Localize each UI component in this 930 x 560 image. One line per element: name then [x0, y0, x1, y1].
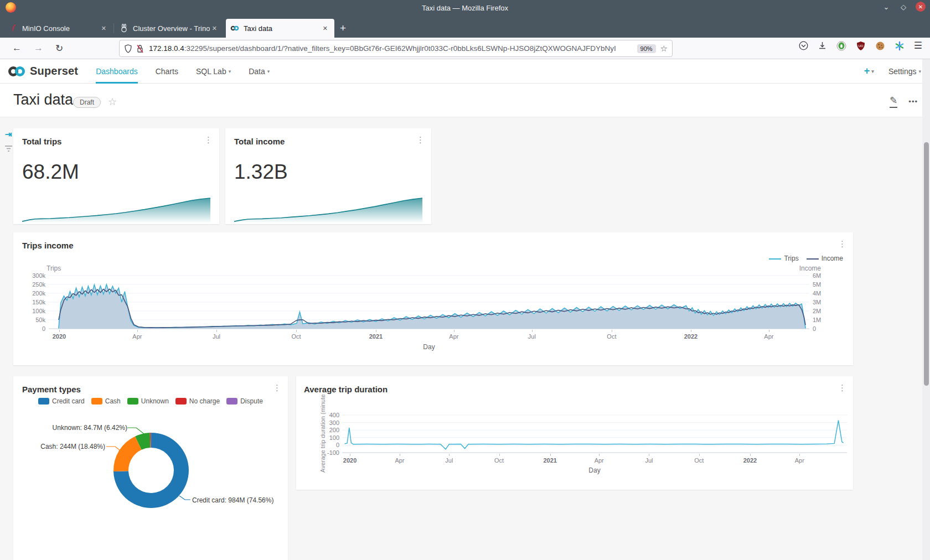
filter-funnel-icon[interactable]: [4, 145, 13, 152]
axis-tick-label: 3M: [813, 299, 833, 305]
chart-options-icon[interactable]: ⋮: [838, 383, 846, 393]
privacy-badger-icon[interactable]: [836, 41, 846, 51]
nav-dashboards[interactable]: Dashboards: [96, 59, 138, 84]
draft-status-badge: Draft: [73, 97, 101, 108]
superset-logo[interactable]: Superset: [7, 65, 78, 78]
expand-filter-bar-icon[interactable]: ⇥: [5, 129, 12, 139]
legend-item-unknown[interactable]: Unknown: [127, 397, 169, 405]
axis-tick-label: Apr: [595, 457, 604, 464]
lock-insecure-icon[interactable]: [136, 44, 144, 53]
ublock-origin-icon[interactable]: UO: [856, 41, 866, 51]
axis-tick-label: Jul: [213, 333, 220, 340]
axis-tick-label: 0: [323, 442, 339, 448]
callout-unknown: Unknown: 84.7M (6.42%): [53, 424, 127, 432]
axis-tick-label: 300k: [23, 272, 45, 279]
axis-tick-label: Apr: [395, 457, 404, 464]
tab-minio-console[interactable]: MinIO Console ✕: [4, 19, 113, 38]
zoom-level-badge[interactable]: 90%: [637, 44, 656, 53]
axis-tick-label: 2020: [343, 457, 356, 464]
legend-item-dispute[interactable]: Dispute: [226, 397, 263, 405]
brand-name: Superset: [30, 65, 78, 77]
chevron-down-icon: ▾: [918, 69, 921, 74]
axis-tick-mark: [376, 330, 376, 332]
page-scrollbar-track[interactable]: [922, 59, 930, 560]
window-close-icon[interactable]: ✕: [916, 2, 926, 12]
shield-icon[interactable]: [124, 44, 132, 53]
chart-options-icon[interactable]: ⋮: [838, 239, 846, 249]
axis-tick-label: 100k: [23, 308, 45, 314]
chart-options-icon[interactable]: ⋮: [204, 135, 213, 145]
legend-swatch-icon: [175, 398, 187, 405]
axis-tick-label: Apr: [764, 333, 773, 340]
axis-tick-mark: [649, 454, 649, 456]
tab-close-icon[interactable]: ✕: [99, 24, 108, 33]
payment-donut-chart[interactable]: [104, 423, 198, 517]
reload-button[interactable]: ↻: [55, 43, 63, 54]
chart-options-icon[interactable]: ⋮: [416, 135, 425, 145]
axis-tick-mark: [216, 330, 217, 332]
tab-close-icon[interactable]: ✕: [321, 24, 330, 33]
big-number-value: 1.32B: [234, 160, 288, 184]
tab-trino[interactable]: Cluster Overview - Trino ✕: [115, 19, 224, 38]
svg-text:UO: UO: [858, 44, 863, 47]
tab-close-icon[interactable]: ✕: [210, 24, 219, 33]
tab-label: MinIO Console: [22, 24, 99, 33]
axis-tick-mark: [532, 330, 533, 332]
legend-label: Credit card: [52, 397, 85, 405]
minio-favicon-icon: [9, 24, 18, 33]
axis-tick-label: Oct: [607, 333, 616, 340]
page-scrollbar-thumb[interactable]: [924, 142, 929, 386]
chart-legend[interactable]: Credit cardCashUnknownNo chargeDispute: [13, 397, 288, 405]
axis-tick-mark: [137, 330, 138, 332]
axis-tick-label: Apr: [132, 333, 142, 340]
pocket-icon[interactable]: [799, 41, 808, 50]
window-minimize-icon[interactable]: ⌄: [881, 2, 891, 12]
tab-taxi-data[interactable]: Taxi data ✕: [226, 19, 334, 38]
axis-tick-label: 300: [323, 419, 339, 426]
axis-tick-label: 250k: [23, 281, 45, 288]
forward-button[interactable]: →: [34, 43, 43, 54]
downloads-icon[interactable]: [818, 41, 827, 50]
duration-line-chart[interactable]: [342, 414, 847, 455]
settings-menu[interactable]: Settings▾: [888, 67, 921, 76]
edit-pencil-icon[interactable]: ✎: [890, 95, 897, 108]
trips-income-chart[interactable]: [49, 274, 809, 331]
sparkline-chart: [234, 196, 422, 223]
superset-navbar: Superset Dashboards Charts SQL Lab▾ Data…: [0, 59, 930, 84]
new-tab-button[interactable]: +: [340, 22, 346, 34]
url-text[interactable]: 172.18.0.4:32295/superset/dashboard/1/?n…: [149, 44, 633, 53]
nav-charts[interactable]: Charts: [156, 59, 178, 84]
legend-label: Dispute: [240, 397, 263, 405]
multicolor-asterisk-extension-icon[interactable]: [895, 41, 905, 51]
axis-tick-mark: [296, 330, 297, 332]
chart-title: Total income: [234, 137, 285, 146]
right-axis-title: Income: [799, 265, 821, 272]
favorite-star-icon[interactable]: ☆: [108, 96, 117, 108]
legend-item-credit-card[interactable]: Credit card: [38, 397, 85, 405]
x-axis-label: Day: [423, 343, 435, 351]
url-host: 172.18.0.4: [149, 44, 184, 53]
legend-item-cash[interactable]: Cash: [91, 397, 121, 405]
bookmark-star-icon[interactable]: ☆: [660, 44, 668, 54]
axis-tick-mark: [350, 454, 350, 456]
chart-options-icon[interactable]: ⋮: [273, 383, 281, 393]
back-button[interactable]: ←: [12, 43, 22, 54]
url-bar[interactable]: 172.18.0.4:32295/superset/dashboard/1/?n…: [119, 40, 673, 57]
chart-title: Payment types: [22, 385, 81, 394]
axis-tick-label: Oct: [694, 457, 704, 464]
chevron-down-icon: ▾: [871, 69, 874, 74]
window-restore-icon[interactable]: ◇: [898, 2, 908, 12]
legend-item-no-charge[interactable]: No charge: [175, 397, 220, 405]
app-menu-icon[interactable]: ☰: [914, 40, 922, 51]
chart-title: Total trips: [22, 137, 61, 146]
nav-sql-lab[interactable]: SQL Lab▾: [196, 59, 231, 84]
cookie-extension-icon[interactable]: [875, 41, 885, 51]
axis-tick-label: Jul: [528, 333, 536, 340]
axis-tick-mark: [550, 454, 551, 456]
nav-data[interactable]: Data▾: [249, 59, 270, 84]
more-options-icon[interactable]: •••: [908, 97, 918, 106]
legend-label: Cash: [105, 397, 121, 405]
new-item-button[interactable]: +▾: [864, 65, 874, 77]
chart-legend[interactable]: Trips Income: [769, 255, 843, 262]
axis-tick-label: Oct: [291, 333, 301, 340]
